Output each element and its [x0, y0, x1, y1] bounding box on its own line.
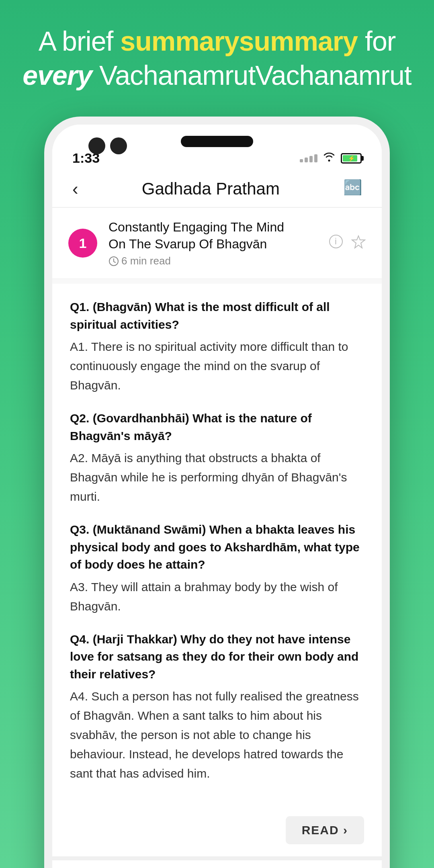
- svg-text:i: i: [335, 236, 337, 246]
- vach-actions-1: i: [329, 234, 366, 252]
- camera-right: [110, 137, 127, 154]
- notch-area: [52, 125, 382, 147]
- vach-number-badge-1: 1: [68, 229, 97, 258]
- qa-block-1: Q1. (Bhagvān) What is the most difficult…: [70, 298, 364, 395]
- camera-left: [88, 137, 105, 154]
- translate-icon[interactable]: 🔤: [343, 179, 362, 199]
- header-highlight: summary: [120, 26, 239, 56]
- qa-question-1: Q1. (Bhagvān) What is the most difficult…: [70, 298, 364, 333]
- pill-notch: [181, 136, 253, 147]
- qa-block-3: Q3. (Muktānand Swāmi) When a bhakta leav…: [70, 521, 364, 616]
- svg-text:🔤: 🔤: [343, 179, 362, 195]
- header-plain-1: A brief: [39, 26, 113, 56]
- svg-marker-4: [352, 236, 365, 248]
- app-navbar: ‹ Gadhada Pratham 🔤: [52, 171, 382, 208]
- page-title: Gadhada Pratham: [142, 179, 280, 199]
- content-area: 1 Constantly Engaging The Mind On The Sv…: [52, 208, 382, 868]
- wifi-icon: [322, 151, 336, 165]
- qa-question-2: Q2. (Govardhanbhāi) What is the nature o…: [70, 409, 364, 444]
- header-italic: every: [23, 60, 92, 90]
- vach-title-1: Constantly Engaging The Mind On The Svar…: [108, 219, 317, 252]
- vach-item-1-header[interactable]: 1 Constantly Engaging The Mind On The Sv…: [52, 208, 382, 279]
- qa-answer-1: A1. There is no spiritual activity more …: [70, 337, 364, 395]
- qa-answer-2: A2. Māyā is anything that obstructs a bh…: [70, 448, 364, 506]
- star-icon-1[interactable]: [351, 234, 366, 252]
- vach-title-group-1: Constantly Engaging The Mind On The Svar…: [108, 219, 317, 267]
- qa-question-3: Q3. (Muktānand Swāmi) When a bhakta leav…: [70, 521, 364, 573]
- status-icons: ⚡: [300, 151, 362, 165]
- back-button[interactable]: ‹: [72, 179, 78, 199]
- battery-icon: ⚡: [341, 153, 362, 164]
- qa-answer-4: A4. Such a person has not fully realised…: [70, 687, 364, 783]
- qa-question-4: Q4. (Harji Thakkar) Why do they not have…: [70, 631, 364, 683]
- header-for: for: [365, 26, 395, 56]
- qa-answer-3: A3. They will attain a brahmay body by t…: [70, 577, 364, 616]
- header-vacha: Vachanamrut: [99, 60, 255, 90]
- read-button-row: READ ›: [52, 812, 382, 856]
- info-icon-1[interactable]: i: [329, 234, 343, 252]
- qa-block-2: Q2. (Govardhanbhāi) What is the nature o…: [70, 409, 364, 506]
- read-button[interactable]: READ ›: [286, 816, 364, 844]
- signal-icon: [300, 154, 317, 162]
- qa-content: Q1. (Bhagvān) What is the most difficult…: [52, 284, 382, 812]
- header-summary: summary: [239, 26, 358, 56]
- vach-read-time-1: 6 min read: [108, 255, 317, 267]
- qa-block-4: Q4. (Harji Thakkar) Why do they not have…: [70, 631, 364, 784]
- header-text: A brief summarysummary for every Vachana…: [23, 24, 411, 92]
- vach-item-2-header[interactable]: 2 Uttam, Madhyam, And Kanishth Levels Of…: [52, 856, 382, 868]
- phone-mockup: 1:33 ⚡: [44, 117, 390, 868]
